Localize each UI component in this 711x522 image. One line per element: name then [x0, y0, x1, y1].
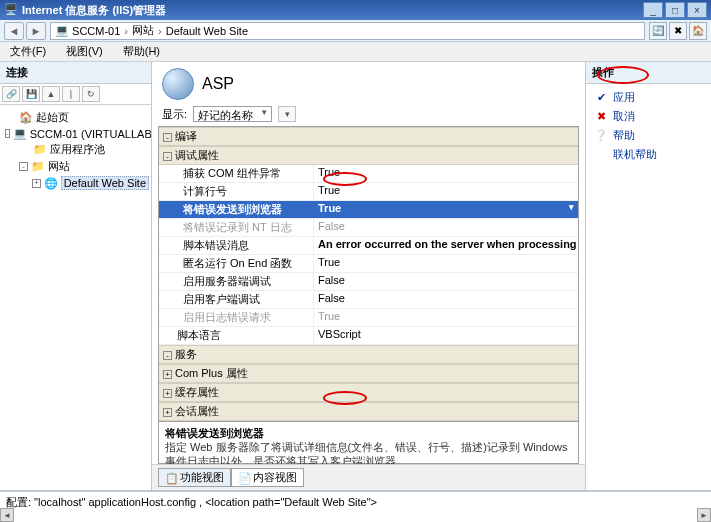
tree-node-icon: 🌐: [44, 177, 58, 190]
category-label: Com Plus 属性: [175, 367, 248, 379]
property-row[interactable]: 脚本语言VBScript: [159, 327, 578, 345]
tree-node[interactable]: -💻SCCM-01 (VIRTUALLAB\wangti: [2, 126, 149, 141]
tree-node-label: 起始页: [36, 110, 69, 125]
category-label: 服务: [175, 348, 197, 360]
home-icon[interactable]: 🏠: [689, 22, 707, 40]
property-name: 计算行号: [159, 183, 314, 200]
property-value[interactable]: False: [314, 291, 578, 308]
category-header[interactable]: +Com Plus 属性: [159, 364, 578, 383]
menu-file[interactable]: 文件(F): [4, 42, 52, 61]
property-name: 启用客户端调试: [159, 291, 314, 308]
property-value[interactable]: True: [314, 183, 578, 200]
page-title: ASP: [202, 75, 234, 93]
tree-toggle-icon[interactable]: -: [19, 162, 28, 171]
up-icon[interactable]: ▲: [42, 86, 60, 102]
maximize-button[interactable]: □: [665, 2, 685, 18]
window-controls: _ □ ×: [643, 2, 707, 18]
breadcrumb[interactable]: 💻 SCCM-01 › 网站 › Default Web Site: [50, 22, 645, 40]
display-select[interactable]: 好记的名称: [193, 106, 272, 122]
connections-header: 连接: [0, 62, 151, 84]
tree-node[interactable]: +🌐Default Web Site: [2, 175, 149, 191]
apply-action[interactable]: ✔应用: [590, 88, 707, 107]
expand-toggle-icon[interactable]: +: [163, 408, 172, 417]
category-header[interactable]: -编译: [159, 127, 578, 146]
tree-node[interactable]: -📁网站: [2, 158, 149, 175]
connections-panel: 连接 🔗 💾 ▲ | ↻ 🏠起始页-💻SCCM-01 (VIRTUALLAB\w…: [0, 62, 152, 490]
expand-toggle-icon[interactable]: -: [163, 152, 172, 161]
property-row[interactable]: 脚本错误消息An error occurred on the server wh…: [159, 237, 578, 255]
breadcrumb-item[interactable]: 网站: [132, 23, 154, 38]
expand-toggle-icon[interactable]: +: [163, 370, 172, 379]
scroll-right-icon[interactable]: ►: [697, 508, 711, 522]
scroll-left-icon[interactable]: ◄: [0, 508, 14, 522]
address-bar: ◄ ► 💻 SCCM-01 › 网站 › Default Web Site 🔄 …: [0, 20, 711, 42]
display-more-icon[interactable]: ▾: [278, 106, 296, 122]
property-row[interactable]: 捕获 COM 组件异常True: [159, 165, 578, 183]
menu-view[interactable]: 视图(V): [60, 42, 109, 61]
property-value[interactable]: False: [314, 219, 578, 236]
property-value[interactable]: True: [314, 255, 578, 272]
features-view-icon: 📋: [165, 472, 177, 484]
property-value[interactable]: True: [314, 201, 578, 218]
category-label: 编译: [175, 130, 197, 142]
tab-content-view[interactable]: 📄内容视图: [231, 468, 304, 487]
property-name: 脚本错误消息: [159, 237, 314, 254]
tree-node-label: 网站: [48, 159, 70, 174]
expand-toggle-icon[interactable]: -: [163, 351, 172, 360]
category-header[interactable]: +缓存属性: [159, 383, 578, 402]
forward-button[interactable]: ►: [26, 22, 46, 40]
property-value[interactable]: True: [314, 309, 578, 326]
connect-icon[interactable]: 🔗: [2, 86, 20, 102]
property-row[interactable]: 将错误发送到浏览器True: [159, 201, 578, 219]
tree-node[interactable]: 🏠起始页: [2, 109, 149, 126]
property-name: 启用服务器端调试: [159, 273, 314, 290]
property-row[interactable]: 匿名运行 On End 函数True: [159, 255, 578, 273]
category-header[interactable]: -服务: [159, 345, 578, 364]
property-value[interactable]: VBScript: [314, 327, 578, 344]
connections-toolbar: 🔗 💾 ▲ | ↻: [0, 84, 151, 105]
back-button[interactable]: ◄: [4, 22, 24, 40]
tree-node-icon: 📁: [33, 143, 47, 156]
refresh-icon[interactable]: 🔄: [649, 22, 667, 40]
help-action[interactable]: ❔帮助: [590, 126, 707, 145]
tree-toggle-icon[interactable]: +: [32, 179, 41, 188]
property-row[interactable]: 启用客户端调试False: [159, 291, 578, 309]
property-grid[interactable]: -编译-调试属性捕获 COM 组件异常True计算行号True将错误发送到浏览器…: [158, 126, 579, 422]
breadcrumb-item[interactable]: Default Web Site: [166, 25, 248, 37]
cancel-action[interactable]: ✖取消: [590, 107, 707, 126]
online-help-action[interactable]: 联机帮助: [590, 145, 707, 164]
tree-node-label: 应用程序池: [50, 142, 105, 157]
property-name: 匿名运行 On End 函数: [159, 255, 314, 272]
stop-icon[interactable]: ✖: [669, 22, 687, 40]
refresh-tree-icon[interactable]: ↻: [82, 86, 100, 102]
save-icon[interactable]: 💾: [22, 86, 40, 102]
breadcrumb-item[interactable]: SCCM-01: [72, 25, 120, 37]
description-title: 将错误发送到浏览器: [165, 426, 572, 441]
close-button[interactable]: ×: [687, 2, 707, 18]
actions-panel: 操作 ✔应用 ✖取消 ❔帮助 联机帮助: [586, 62, 711, 490]
property-value[interactable]: An error occurred on the server when pro…: [314, 237, 578, 254]
content-view-icon: 📄: [238, 472, 250, 484]
window-title: Internet 信息服务 (IIS)管理器: [22, 3, 643, 18]
tree-node[interactable]: 📁应用程序池: [2, 141, 149, 158]
help-icon: ❔: [594, 129, 608, 142]
category-header[interactable]: -调试属性: [159, 146, 578, 165]
cancel-icon: ✖: [594, 110, 608, 123]
property-value[interactable]: False: [314, 273, 578, 290]
property-row[interactable]: 计算行号True: [159, 183, 578, 201]
menu-help[interactable]: 帮助(H): [117, 42, 166, 61]
tree-toggle-icon[interactable]: -: [5, 129, 10, 138]
tree-node-icon: 🏠: [19, 111, 33, 124]
property-value[interactable]: True: [314, 165, 578, 182]
tree-node-label: Default Web Site: [61, 176, 149, 190]
category-header[interactable]: +会话属性: [159, 402, 578, 421]
window-titlebar: 🖥️ Internet 信息服务 (IIS)管理器 _ □ ×: [0, 0, 711, 20]
tab-features-view[interactable]: 📋功能视图: [158, 468, 231, 487]
category-header[interactable]: -行为: [159, 421, 578, 422]
property-row[interactable]: 启用日志错误请求True: [159, 309, 578, 327]
expand-toggle-icon[interactable]: -: [163, 133, 172, 142]
property-row[interactable]: 启用服务器端调试False: [159, 273, 578, 291]
property-row[interactable]: 将错误记录到 NT 日志False: [159, 219, 578, 237]
minimize-button[interactable]: _: [643, 2, 663, 18]
expand-toggle-icon[interactable]: +: [163, 389, 172, 398]
